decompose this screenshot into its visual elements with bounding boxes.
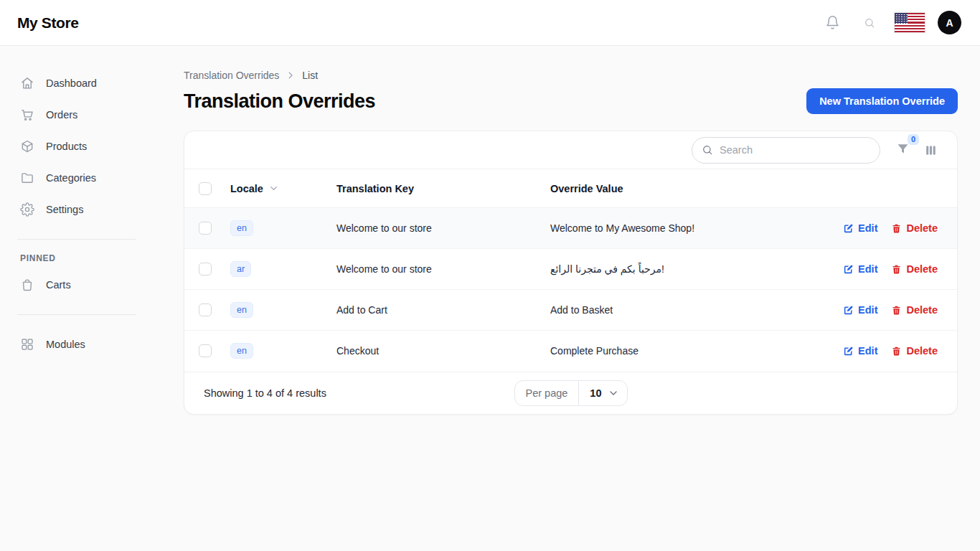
per-page-select[interactable]: Per page 10 bbox=[514, 380, 628, 406]
override-value-cell: Welcome to My Awesome Shop! bbox=[550, 208, 802, 249]
translation-key-cell: Checkout bbox=[336, 331, 550, 372]
locale-column-sort[interactable]: Locale bbox=[230, 183, 279, 194]
trash-icon bbox=[891, 264, 902, 275]
edit-button[interactable]: Edit bbox=[843, 345, 877, 357]
table-row: en Add to Cart Add to Basket Edit Delete bbox=[184, 290, 957, 331]
table-toolbar: 0 bbox=[184, 131, 957, 169]
sidebar-item-modules[interactable]: Modules bbox=[0, 329, 161, 360]
translation-key-cell: Add to Cart bbox=[336, 290, 550, 331]
translation-overrides-table: Locale Translation Key Override Value en… bbox=[184, 169, 957, 372]
funnel-icon bbox=[896, 142, 910, 156]
chevron-down-icon bbox=[608, 387, 619, 399]
breadcrumb-list: List bbox=[302, 70, 318, 81]
sidebar-item-categories[interactable]: Categories bbox=[0, 162, 161, 194]
trash-icon bbox=[891, 305, 902, 316]
delete-button[interactable]: Delete bbox=[891, 345, 938, 357]
edit-button[interactable]: Edit bbox=[843, 304, 877, 316]
cart-icon bbox=[20, 108, 34, 122]
delete-button[interactable]: Delete bbox=[891, 222, 938, 234]
sidebar-item-carts[interactable]: Carts bbox=[0, 269, 161, 301]
edit-pencil-icon bbox=[843, 223, 854, 234]
app-brand: My Store bbox=[17, 14, 79, 32]
edit-button[interactable]: Edit bbox=[843, 222, 877, 234]
delete-button[interactable]: Delete bbox=[891, 304, 938, 316]
sidebar-item-products[interactable]: Products bbox=[0, 131, 161, 162]
edit-pencil-icon bbox=[843, 346, 854, 357]
sidebar-item-dashboard[interactable]: Dashboard bbox=[0, 67, 161, 99]
locale-badge: ar bbox=[230, 261, 251, 277]
search-icon bbox=[702, 144, 713, 156]
header-search-icon[interactable] bbox=[864, 17, 875, 29]
per-page-value: 10 bbox=[579, 387, 607, 399]
new-translation-override-button[interactable]: New Translation Override bbox=[806, 88, 958, 114]
top-header: My Store A bbox=[0, 0, 980, 46]
sidebar-divider bbox=[17, 314, 136, 315]
grid-icon bbox=[20, 337, 34, 352]
edit-pencil-icon bbox=[843, 264, 854, 275]
locale-badge: en bbox=[230, 220, 253, 236]
results-summary: Showing 1 to 4 of 4 results bbox=[204, 387, 326, 399]
row-checkbox[interactable] bbox=[199, 344, 212, 357]
translation-key-cell: Welcome to our store bbox=[336, 208, 550, 249]
search-field[interactable] bbox=[692, 137, 880, 164]
main-content: Translation Overrides List Translation O… bbox=[161, 46, 980, 551]
per-page-label: Per page bbox=[515, 387, 579, 399]
locale-badge: en bbox=[230, 343, 253, 359]
locale-badge: en bbox=[230, 302, 253, 318]
sidebar-divider bbox=[17, 239, 136, 240]
filter-button[interactable]: 0 bbox=[896, 142, 910, 159]
breadcrumb: Translation Overrides List bbox=[184, 70, 958, 81]
table-row: en Checkout Complete Purchase Edit Delet… bbox=[184, 331, 957, 372]
folder-icon bbox=[20, 171, 34, 185]
page-title: Translation Overrides bbox=[184, 90, 375, 113]
table-card: 0 Locale Translation Key bbox=[184, 131, 958, 415]
chevron-right-icon bbox=[286, 70, 296, 80]
row-checkbox[interactable] bbox=[199, 263, 212, 276]
breadcrumb-translation-overrides[interactable]: Translation Overrides bbox=[184, 70, 279, 81]
trash-icon bbox=[891, 346, 902, 357]
user-avatar[interactable]: A bbox=[938, 11, 961, 34]
gear-icon bbox=[20, 202, 34, 217]
edit-pencil-icon bbox=[843, 305, 854, 316]
sidebar-item-orders[interactable]: Orders bbox=[0, 99, 161, 131]
override-value-cell: Complete Purchase bbox=[550, 331, 802, 372]
table-row: en Welcome to our store Welcome to My Aw… bbox=[184, 208, 957, 249]
cube-icon bbox=[20, 139, 34, 154]
bell-icon[interactable] bbox=[825, 15, 840, 30]
delete-button[interactable]: Delete bbox=[891, 263, 938, 275]
table-row: ar Welcome to our store مرحباً بكم في مت… bbox=[184, 249, 957, 290]
override-value-cell: مرحباً بكم في متجرنا الرائع! bbox=[550, 249, 802, 290]
override-value-cell: Add to Basket bbox=[550, 290, 802, 331]
locale-column-header: Locale bbox=[230, 183, 263, 194]
sidebar-item-settings[interactable]: Settings bbox=[0, 194, 161, 225]
chevron-down-icon bbox=[268, 183, 279, 194]
edit-button[interactable]: Edit bbox=[843, 263, 877, 275]
table-footer: Showing 1 to 4 of 4 results Per page 10 bbox=[184, 372, 957, 414]
translation-key-cell: Welcome to our store bbox=[336, 249, 550, 290]
sidebar-heading-pinned: PINNED bbox=[0, 253, 161, 263]
row-checkbox[interactable] bbox=[199, 222, 212, 235]
us-flag-icon[interactable] bbox=[895, 13, 925, 32]
table-header-row: Locale Translation Key Override Value bbox=[184, 169, 957, 208]
trash-icon bbox=[891, 223, 902, 234]
select-all-checkbox[interactable] bbox=[199, 182, 212, 195]
translation-key-column-header: Translation Key bbox=[336, 169, 550, 208]
override-value-column-header: Override Value bbox=[550, 169, 802, 208]
search-input[interactable] bbox=[720, 144, 870, 156]
columns-icon[interactable] bbox=[924, 143, 938, 157]
row-checkbox[interactable] bbox=[199, 303, 212, 316]
bag-icon bbox=[20, 278, 34, 292]
sidebar: Dashboard Orders Products Categories Set… bbox=[0, 46, 161, 551]
home-icon bbox=[20, 76, 34, 90]
filter-count-badge: 0 bbox=[908, 134, 919, 145]
